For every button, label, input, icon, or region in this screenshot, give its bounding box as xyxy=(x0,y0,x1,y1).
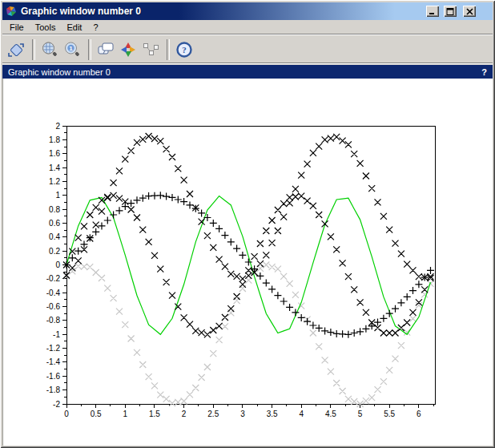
rotate-3d-button[interactable] xyxy=(118,38,139,61)
svg-text:0.2: 0.2 xyxy=(49,247,60,256)
svg-text:4.5: 4.5 xyxy=(325,410,336,418)
svg-text:1.5: 1.5 xyxy=(149,410,160,418)
svg-text:0: 0 xyxy=(55,260,60,269)
svg-text:0.6: 0.6 xyxy=(49,219,60,228)
window-title: Graphic window number 0 xyxy=(21,6,421,17)
svg-text:1: 1 xyxy=(123,410,128,418)
titlebar: Graphic window number 0 xyxy=(2,2,493,20)
chart-plot-area: 00.511.522.533.544.555.5621.81.61.41.210… xyxy=(3,79,493,446)
zoom-reset-button[interactable]: 1 xyxy=(62,38,82,61)
svg-text:1.8: 1.8 xyxy=(49,135,60,144)
infobar: Graphic window number 0 ? xyxy=(2,65,493,79)
maximize-button[interactable] xyxy=(444,6,457,17)
infobar-status-text: Graphic window number 0 xyxy=(8,67,481,77)
svg-text:2.5: 2.5 xyxy=(207,410,219,418)
graphic-window: Graphic window number 0 FileToolsEdit? 1… xyxy=(0,0,495,448)
menu-item-edit[interactable]: Edit xyxy=(61,21,87,34)
svg-text:-1.2: -1.2 xyxy=(46,344,61,353)
close-button[interactable] xyxy=(463,6,476,17)
help-button[interactable]: ? xyxy=(174,38,195,61)
svg-text:6: 6 xyxy=(417,410,421,418)
zoom-area-icon xyxy=(40,40,59,59)
plot-canvas: 00.511.522.533.544.555.5621.81.61.41.210… xyxy=(2,79,493,446)
svg-text:-0.8: -0.8 xyxy=(46,316,61,325)
svg-text:1.4: 1.4 xyxy=(49,163,60,172)
menu-item-file[interactable]: File xyxy=(4,21,30,34)
svg-text:2: 2 xyxy=(55,122,60,131)
close-icon xyxy=(466,8,473,15)
ged-dialogs-button[interactable] xyxy=(95,38,116,61)
svg-text:0.8: 0.8 xyxy=(49,205,60,214)
svg-text:3: 3 xyxy=(240,410,245,418)
svg-text:1: 1 xyxy=(69,45,73,52)
svg-text:-0.4: -0.4 xyxy=(46,289,61,297)
svg-text:0.4: 0.4 xyxy=(49,232,60,241)
svg-text:?: ? xyxy=(182,45,187,54)
svg-text:0.5: 0.5 xyxy=(91,410,102,418)
toolbar-separator xyxy=(88,39,91,60)
svg-text:-1.6: -1.6 xyxy=(46,372,61,381)
menu-item-tools[interactable]: Tools xyxy=(30,21,62,34)
svg-text:5: 5 xyxy=(358,410,363,418)
svg-text:2: 2 xyxy=(182,410,187,418)
svg-text:0: 0 xyxy=(64,410,69,418)
svg-text:-1: -1 xyxy=(53,330,60,339)
zoom-reset-icon: 1 xyxy=(62,40,82,59)
ged-dialogs-icon xyxy=(96,40,115,59)
help-icon: ? xyxy=(175,40,194,59)
svg-text:1.2: 1.2 xyxy=(49,177,60,186)
maximize-icon xyxy=(446,8,454,15)
svg-text:-1.4: -1.4 xyxy=(46,357,61,366)
minimize-button[interactable] xyxy=(426,6,439,17)
svg-text:4: 4 xyxy=(299,410,304,418)
toolbar-separator xyxy=(167,39,170,60)
svg-text:-1.8: -1.8 xyxy=(46,385,61,394)
svg-text:1: 1 xyxy=(55,191,60,200)
minimize-icon xyxy=(429,8,437,15)
svg-text:-0.2: -0.2 xyxy=(46,274,61,283)
zoom-rotate-button[interactable] xyxy=(6,38,26,61)
menu-item-help[interactable]: ? xyxy=(87,21,103,34)
zoom-area-button[interactable] xyxy=(39,38,60,61)
infobar-help-mark[interactable]: ? xyxy=(481,67,487,77)
svg-text:-2: -2 xyxy=(53,400,60,409)
svg-text:-0.6: -0.6 xyxy=(46,302,61,311)
svg-text:5.5: 5.5 xyxy=(384,410,395,418)
graph-edit-icon xyxy=(141,40,160,59)
toolbar-separator xyxy=(32,39,35,60)
svg-text:3.5: 3.5 xyxy=(267,410,278,418)
menubar: FileToolsEdit? xyxy=(2,20,493,34)
graph-edit-button[interactable] xyxy=(140,38,161,61)
toolbar: 1? xyxy=(2,36,493,63)
scilab-app-icon xyxy=(5,5,18,18)
svg-text:1.6: 1.6 xyxy=(49,149,60,158)
zoom-rotate-icon xyxy=(6,40,26,59)
rotate-3d-icon xyxy=(119,40,138,59)
